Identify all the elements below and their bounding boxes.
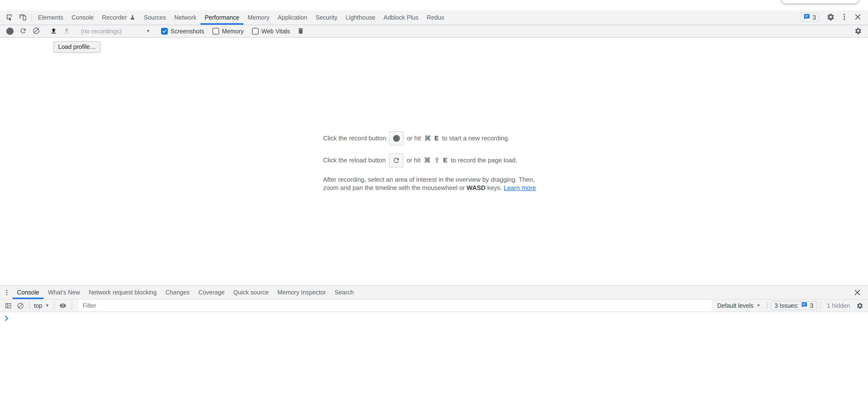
collect-garbage-button[interactable] [294, 26, 307, 37]
tab-security[interactable]: Security [311, 10, 341, 25]
tip-paragraph: After recording, select an area of inter… [323, 175, 545, 192]
drawer-tab-label: Changes [165, 289, 190, 296]
drawer-tab-console[interactable]: Console [12, 286, 43, 299]
command-key-glyph: ⌘ [424, 134, 431, 142]
drawer-tab-label: Network request blocking [89, 289, 157, 296]
tab-memory[interactable]: Memory [243, 10, 273, 25]
tab-lighthouse[interactable]: Lighthouse [341, 10, 379, 25]
drawer-tab-coverage[interactable]: Coverage [194, 286, 229, 299]
drawer-tab-label: Search [335, 289, 353, 296]
hidden-messages-label: 1 hidden [824, 302, 854, 309]
chat-bubble-icon [804, 13, 810, 22]
record-icon [393, 135, 400, 142]
record-instruction-line: Click the record button or hit ⌘ E to st… [323, 131, 545, 145]
console-messages-area[interactable] [0, 312, 868, 406]
performance-toolbar: (no recordings) ▼ Screenshots Memory Web… [0, 25, 868, 38]
chevron-down-icon: ▼ [146, 29, 150, 34]
tab-network[interactable]: Network [170, 10, 201, 25]
toolbar-separator [54, 302, 54, 309]
reload-instruction-text: to record the page load. [451, 157, 517, 164]
create-live-expression-button[interactable] [57, 300, 69, 311]
tab-sources[interactable]: Sources [140, 10, 170, 25]
sidebar-toggle-icon [5, 302, 12, 309]
learn-more-link[interactable]: Learn more [504, 184, 536, 192]
checkbox-label: Memory [222, 28, 244, 35]
memory-checkbox[interactable]: Memory [208, 28, 248, 35]
devtools-window: Elements Console Recorder Sources Networ… [0, 0, 868, 406]
javascript-context-select[interactable]: top ▼ [32, 302, 51, 309]
more-options-button[interactable] [837, 13, 851, 22]
tab-label: Memory [248, 14, 269, 21]
log-levels-select[interactable]: Default levels ▼ [713, 302, 764, 309]
close-drawer-button[interactable] [850, 289, 864, 297]
gear-icon [827, 13, 835, 22]
shift-key-glyph: ⇧ [434, 156, 440, 164]
command-key-glyph: ⌘ [424, 156, 431, 164]
capture-settings-button[interactable] [851, 26, 865, 37]
reload-demo-button [389, 154, 403, 167]
recordings-select[interactable]: (no recordings) ▼ [78, 28, 153, 35]
drawer-tab-whats-new[interactable]: What's New [43, 286, 85, 299]
drawer-tab-label: What's New [48, 289, 80, 296]
performance-panel: Click the record button or hit ⌘ E to st… [0, 38, 868, 285]
levels-value: Default levels [717, 302, 753, 309]
tip-text: keys. [486, 184, 504, 192]
recorder-flask-icon [129, 14, 135, 21]
browser-strip [0, 0, 868, 10]
context-value: top [34, 302, 42, 309]
drawer-tabbar: Console What's New Network request block… [0, 285, 868, 300]
save-profile-button[interactable] [60, 26, 73, 37]
clear-recordings-button[interactable] [30, 26, 42, 37]
console-settings-button[interactable] [854, 300, 866, 311]
e-key-glyph: E [434, 135, 439, 142]
drawer-tab-label: Console [17, 289, 39, 296]
tab-label: Application [278, 14, 307, 21]
console-sidebar-toggle-button[interactable] [2, 300, 14, 311]
tab-label: Network [175, 14, 197, 21]
ban-icon [32, 27, 40, 36]
drawer-tab-quick-source[interactable]: Quick source [229, 286, 273, 299]
tab-redux[interactable]: Redux [423, 10, 448, 25]
tab-application[interactable]: Application [274, 10, 311, 25]
tab-console[interactable]: Console [67, 10, 98, 25]
drawer-tab-memory-inspector[interactable]: Memory Inspector [273, 286, 330, 299]
console-issues-button[interactable]: 3 Issues: 3 [771, 301, 817, 310]
drawer-more-tools-button[interactable] [1, 286, 12, 299]
tab-elements[interactable]: Elements [34, 10, 67, 25]
drawer-tab-label: Coverage [198, 289, 224, 296]
record-button[interactable] [3, 26, 17, 37]
screenshots-checkbox[interactable]: Screenshots [157, 28, 208, 35]
reload-icon [392, 157, 400, 164]
browser-popup-fragment [781, 0, 859, 4]
web-vitals-checkbox[interactable]: Web Vitals [248, 28, 294, 35]
checkbox-unchecked-icon [212, 28, 219, 35]
checkbox-checked-icon [161, 28, 168, 35]
tab-performance[interactable]: Performance [200, 10, 243, 25]
drawer-tab-label: Quick source [234, 289, 269, 296]
issues-button[interactable]: 3 [800, 13, 819, 22]
tab-label: Sources [144, 14, 166, 21]
tab-adblock-plus[interactable]: Adblock Plus [379, 10, 423, 25]
tab-label: Console [71, 14, 94, 21]
toolbar-separator [29, 302, 30, 309]
record-demo-button [390, 131, 403, 145]
console-prompt-chevron[interactable] [3, 314, 10, 322]
tab-recorder[interactable]: Recorder [98, 10, 140, 25]
device-toolbar-button[interactable] [16, 10, 30, 25]
tab-label: Elements [38, 14, 63, 21]
clear-console-button[interactable] [14, 300, 26, 311]
inspect-element-button[interactable] [2, 10, 16, 25]
drawer-tab-changes[interactable]: Changes [161, 286, 194, 299]
tabbar-right-controls: 3 [800, 10, 868, 25]
kebab-menu-icon [3, 289, 10, 296]
gear-icon [855, 27, 862, 36]
drawer-tab-network-request-blocking[interactable]: Network request blocking [84, 286, 161, 299]
console-filter-input[interactable] [79, 300, 712, 311]
tooltip-text: Load profile… [58, 43, 96, 50]
close-devtools-button[interactable] [851, 13, 865, 22]
drawer-tab-search[interactable]: Search [330, 286, 358, 299]
reload-and-record-button[interactable] [17, 26, 30, 37]
load-profile-button[interactable] [47, 26, 60, 37]
record-instruction-text: or hit [407, 135, 421, 142]
settings-button[interactable] [824, 13, 837, 22]
